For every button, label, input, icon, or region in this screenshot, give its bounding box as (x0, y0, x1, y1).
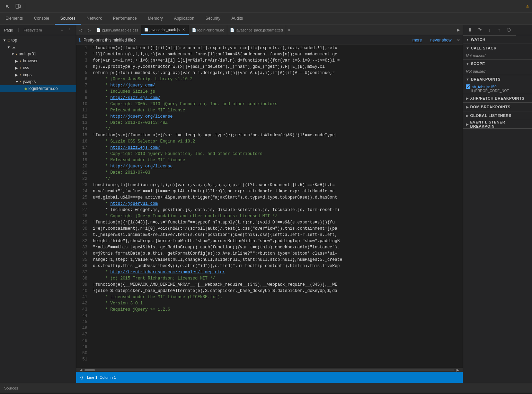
call-stack-label: Call Stack (471, 46, 496, 50)
editor-tab-jspack[interactable]: 📄 javascript_pack.js ✕ (141, 25, 189, 35)
watch-arrow: ▼ (466, 38, 469, 42)
line-num-2: 2 (79, 51, 87, 57)
tree-arrow-browser: ▶ (15, 59, 19, 63)
code-line: * Includes: widget.js, position.js, data… (93, 207, 460, 213)
code-line: * Date: 2013-07-03 (93, 169, 460, 176)
code-line: * Released under the MIT license (93, 157, 460, 163)
deactivate-breakpoints-btn[interactable]: ⬡ (505, 26, 513, 34)
jspack-file-icon: 📄 (144, 28, 148, 31)
code-line: !function(e){__WEBPACK_AMD_DEFINE_ARRAY_… (93, 282, 460, 288)
code-content[interactable]: !function(e){function t(i){if(n[i])retur… (90, 45, 463, 368)
panel-tab-page[interactable]: Page (3, 27, 15, 33)
tab-network[interactable]: Network (81, 12, 107, 25)
panel-tab-filesystem[interactable]: Filesystem (22, 27, 43, 33)
scrollbar-track[interactable] (85, 369, 454, 371)
tree-item-loginperform[interactable]: ▶ ◈ loginPerform.do (0, 85, 76, 92)
left-panel-header: Page | Filesystem + ⋮ (0, 25, 76, 35)
breakpoint-checkbox-0[interactable] (466, 84, 470, 89)
dom-label: DOM Breakpoints (470, 105, 511, 109)
left-panel: Page | Filesystem + ⋮ ▼ □ top ▼ ☁ ▼ (0, 25, 76, 383)
line-num-13: 13 (79, 120, 87, 126)
pretty-print-more-link[interactable]: more (413, 38, 422, 43)
dom-breakpoints-header[interactable]: ▶ DOM Breakpoints (463, 103, 532, 111)
file-icon-loginperform: ◈ (24, 86, 27, 91)
call-stack-arrow: ▼ (466, 46, 469, 50)
scrollbar-thumb[interactable] (85, 369, 95, 371)
line-num-34: 34 (79, 250, 87, 257)
tree-item-cloud[interactable]: ▼ ☁ (0, 44, 76, 51)
tab-elements[interactable]: Elements (0, 12, 28, 25)
folder-icon-imgs: ▪ (20, 73, 21, 77)
line-num-33: 33 (79, 244, 87, 250)
xhr-breakpoints-header[interactable]: ▶ XHR/fetch Breakpoints (463, 94, 532, 102)
watch-section-header[interactable]: ▼ Watch (463, 35, 532, 44)
code-line: return p()}for(i.method=s,i.arg=o;){var … (93, 70, 460, 76)
breakpoints-header[interactable]: ▼ Breakpoints (463, 75, 532, 83)
tree-arrow-imgs: ▶ (15, 73, 19, 77)
info-icon: ℹ (79, 37, 81, 43)
tab-performance[interactable]: Performance (107, 12, 142, 25)
line-num-35: 35 (79, 257, 87, 263)
warning-indicator: ⚠ (526, 3, 529, 10)
event-listener-breakpoints-section: ▶ Event Listener Breakpoin (463, 120, 532, 129)
event-listener-header[interactable]: ▶ Event Listener Breakpoin (463, 120, 532, 128)
breakpoint-item-0[interactable]: ab_tabs.js:150 if (ERROR_CODE_NOT (463, 83, 532, 94)
global-listeners-header[interactable]: ▶ Global Listeners (463, 111, 532, 120)
tree-item-browser[interactable]: ▶ ▪ browser (0, 57, 76, 64)
editor-tab-loginperform[interactable]: 📄 loginPerform.do (189, 25, 228, 35)
tree-arrow-jscripts: ▼ (15, 80, 19, 84)
tab-nav-next[interactable]: ▷ (85, 27, 92, 34)
editor-tab-datatables[interactable]: 📄 jquery.dataTables.css (94, 25, 141, 35)
tree-label-loginperform: loginPerform.do (28, 86, 58, 91)
line-num-22: 22 (79, 176, 87, 182)
debugger-toolbar: ⏸ ↷ ↓ ↑ ⬡ (463, 25, 516, 36)
code-line: n}),w.prototype=y,y.constructor=w,(x||F)… (93, 64, 460, 70)
pause-btn[interactable]: ⏸ (466, 26, 474, 34)
add-folder-btn[interactable]: + (59, 27, 65, 34)
line-num-10: 10 (79, 101, 87, 107)
tab-sources[interactable]: Sources (55, 12, 81, 25)
call-stack-header[interactable]: ▼ Call Stack (463, 44, 532, 52)
pretty-print-close[interactable]: ✕ (457, 37, 460, 43)
step-over-btn[interactable]: ↷ (476, 26, 484, 34)
code-line: * Released under the MIT license (93, 107, 460, 113)
jspack-tab-close[interactable]: ✕ (181, 27, 186, 32)
tree-item-imgs[interactable]: ▶ ▪ imgs (0, 71, 76, 78)
code-line: o=s.tooltip,this._addDescribedBy(i,o.att… (93, 263, 460, 269)
line-num-50: 50 (79, 350, 87, 356)
tree-item-top[interactable]: ▼ □ top (0, 37, 76, 44)
datatables-tab-label: jquery.dataTables.css (102, 28, 138, 32)
tab-application[interactable]: Application (168, 12, 200, 25)
editor-tab-formatted[interactable]: 📄 javascript_pack.js:formatted (227, 25, 286, 35)
tab-console[interactable]: Console (28, 12, 55, 25)
code-horizontal-scrollbar[interactable]: ◀ ▶ (76, 368, 463, 372)
tab-memory[interactable]: Memory (142, 12, 168, 25)
device-toggle-btn[interactable] (13, 1, 23, 11)
line-num-11: 11 (79, 107, 87, 113)
line-num-31: 31 (79, 232, 87, 238)
svg-rect-1 (19, 5, 20, 8)
tab-audits[interactable]: Audits (226, 12, 248, 25)
editor-tab-more[interactable]: » (286, 25, 293, 35)
step-out-btn[interactable]: ↑ (495, 26, 503, 34)
scope-header[interactable]: ▼ Scope (463, 59, 532, 68)
breakpoints-label: Breakpoints (471, 77, 500, 81)
tree-item-css[interactable]: ▶ ▪ css (0, 64, 76, 71)
inspect-element-btn[interactable] (3, 1, 12, 11)
line-num-20: 20 (79, 163, 87, 169)
code-line: * Includes Sizzle.js (93, 89, 460, 95)
code-line: * http://sizzlejs.com/ (93, 145, 460, 151)
panel-more-btn[interactable]: ⋮ (66, 27, 73, 34)
line-num-36: 36 (79, 263, 87, 269)
tree-item-amlt[interactable]: ▼ ▪ amlt-pr01 (0, 51, 76, 57)
tab-security[interactable]: Security (200, 12, 226, 25)
code-line: o=j?this.formatDate(o,a,this._getFormatC… (93, 250, 460, 257)
line-num-37: 37 (79, 269, 87, 275)
step-into-btn[interactable]: ↓ (485, 26, 494, 34)
global-listeners-section: ▶ Global Listeners (463, 111, 532, 120)
tree-item-jscripts[interactable]: ▼ ▪ jscripts (0, 78, 76, 85)
run-snippet-btn[interactable]: ▶ (454, 25, 463, 35)
tab-nav-prev[interactable]: ◁ (78, 27, 85, 34)
line-num-40: 40 (79, 288, 87, 294)
pretty-print-never-link[interactable]: never show (430, 38, 451, 43)
